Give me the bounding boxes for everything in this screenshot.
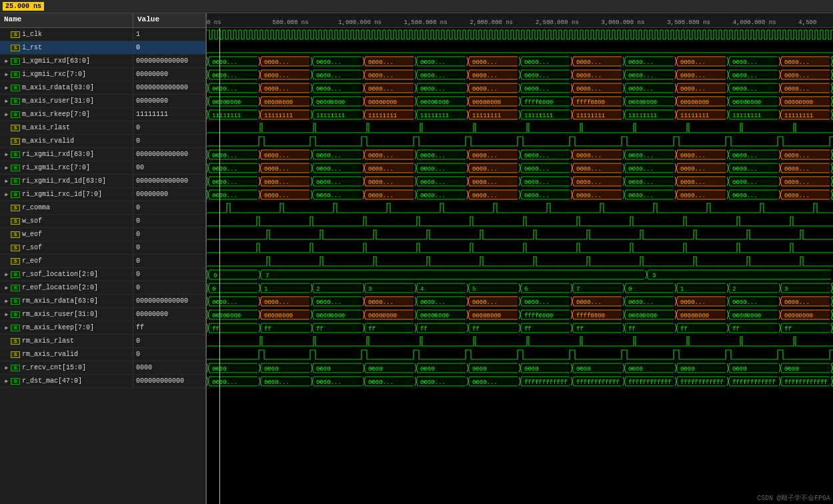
signal-row[interactable]: ▶Bri_xgmii_rxd_1d[63:0]0000000000000 [0,175,205,188]
svg-text:11111111: 11111111 [628,113,657,119]
type-icon: S [11,218,20,225]
signal-row[interactable]: ▶Bri_xgmii_rxc_1d[7:0]00000000 [0,188,205,201]
expand-icon[interactable]: ▶ [3,271,11,279]
signal-name-cell: ▶Br_dst_mac[47:0] [0,375,133,387]
svg-text:11111111: 11111111 [576,113,605,119]
time-marker: 25.000 ns [3,2,44,11]
svg-text:00000000: 00000000 [680,313,709,319]
waveform-row [207,215,833,228]
svg-text:0000...: 0000... [628,179,654,186]
signal-value-cell: 0 [133,123,205,133]
waveform-row: 0000...0000...0000...0000...0000...0000.… [207,55,833,68]
expand-icon[interactable]: ▶ [3,97,11,105]
type-icon: S [11,231,20,238]
expand-icon[interactable]: ▶ [3,284,11,292]
waveform-row [207,228,833,241]
svg-text:ffffffffffff: ffffffffffff [524,379,568,386]
svg-text:0: 0 [628,286,632,293]
svg-text:00000000: 00000000 [784,99,813,106]
svg-text:0000...: 0000... [368,299,393,306]
svg-text:ff: ff [264,326,271,333]
svg-text:0000...: 0000... [524,86,550,93]
expand-icon [3,337,11,345]
signal-row[interactable]: Sr_comma0 [0,201,205,215]
expand-icon[interactable]: ▶ [3,57,11,65]
signal-value-cell: 00000000 [133,96,205,106]
signal-name-cell: Srm_axis_rvalid [0,348,133,361]
signal-name-text: r_dst_mac[47:0] [22,377,82,385]
expand-icon[interactable]: ▶ [3,191,11,199]
signal-row[interactable]: Sm_axis_rvalid0 [0,135,205,148]
signal-row[interactable]: Sr_sof0 [0,241,205,255]
signal-name-text: m_axis_rlast [22,124,70,131]
timeline-tick: 2,000.000 ns [470,19,513,26]
signal-name-text: m_axis_rkeep[7:0] [22,111,90,118]
svg-text:0000...: 0000... [472,73,498,79]
expand-icon[interactable]: ▶ [3,84,11,92]
signal-row[interactable]: Sm_axis_rlast0 [0,121,205,135]
signal-row[interactable]: Srm_axis_rvalid0 [0,348,205,361]
type-icon: B [11,71,20,78]
signal-row[interactable]: Si_clk1 [0,28,205,41]
waveform-row: 1111111111111111111111111111111111111111… [207,108,833,121]
expand-icon[interactable]: ▶ [3,151,11,159]
signal-row[interactable]: Srm_axis_rlast0 [0,335,205,348]
svg-text:11111111: 11111111 [264,113,293,119]
signal-row[interactable]: Sr_eof0 [0,255,205,268]
waveform-row [207,241,833,255]
svg-text:ff: ff [628,326,636,333]
svg-text:0000...: 0000... [264,73,289,79]
signal-value-cell: 00 [133,163,205,173]
signal-name-cell: ▶Bri_xgmii_rxc[7:0] [0,161,133,174]
signal-row[interactable]: ▶Brm_axis_rkeep[7:0]ff [0,321,205,335]
svg-text:0000...: 0000... [212,59,237,66]
svg-text:0000...: 0000... [420,73,446,79]
signal-row[interactable]: Sw_eof0 [0,228,205,241]
signal-row[interactable]: ▶Bi_xgmii_rxc[7:0]00000000 [0,68,205,81]
expand-icon [3,217,11,225]
signal-row[interactable]: ▶Br_eof_location[2:0]0 [0,281,205,295]
signal-row[interactable]: ▶Bi_xgmii_rxd[63:0]0000000000000 [0,55,205,68]
expand-icon[interactable]: ▶ [3,364,11,372]
waveform-row: 073 [207,268,833,281]
expand-icon[interactable]: ▶ [3,311,11,319]
svg-text:3: 3 [784,286,788,293]
signal-row[interactable]: ▶Bri_xgmii_rxd[63:0]0000000000000 [0,148,205,161]
signal-row[interactable]: ▶Bm_axis_rdata[63:0]0000000000000 [0,81,205,95]
svg-text:0: 0 [212,286,215,293]
svg-text:11111111: 11111111 [784,113,813,119]
svg-text:0000...: 0000... [576,166,602,173]
expand-icon[interactable]: ▶ [3,377,11,385]
timeline-tick: 4,000.000 ns [733,19,776,26]
expand-icon [3,137,11,145]
signal-row[interactable]: ▶Brm_axis_ruser[31:0]00000000 [0,308,205,321]
svg-text:00000000: 00000000 [212,313,241,319]
signal-row[interactable]: Sw_sof0 [0,215,205,228]
svg-text:00000000: 00000000 [472,313,501,319]
waveform-area[interactable]: 0000...0000...0000...0000...0000...0000.… [207,28,833,504]
expand-icon[interactable]: ▶ [3,111,11,119]
svg-text:0000...: 0000... [732,299,758,306]
expand-icon[interactable]: ▶ [3,324,11,332]
svg-text:0000...: 0000... [784,193,810,199]
signal-row[interactable]: ▶Brm_axis_rdata[63:0]0000000000000 [0,295,205,308]
type-icon: B [11,98,20,105]
svg-text:0000...: 0000... [524,179,550,186]
signal-row[interactable]: ▶Br_dst_mac[47:0]000000000000 [0,375,205,388]
expand-icon [3,204,11,212]
signal-row[interactable]: ▶Bri_xgmii_rxc[7:0]00 [0,161,205,175]
expand-icon[interactable]: ▶ [3,71,11,79]
signal-row[interactable]: ▶Bm_axis_ruser[31:0]00000000 [0,95,205,108]
signal-row[interactable]: ▶Br_recv_cnt[15:0]0000 [0,361,205,375]
svg-text:0000...: 0000... [680,193,706,199]
signal-row[interactable]: ▶Br_sof_location[2:0]0 [0,268,205,281]
svg-text:00000000: 00000000 [420,99,449,106]
signal-row[interactable]: ▶Bm_axis_rkeep[7:0]11111111 [0,108,205,121]
svg-text:0000...: 0000... [316,379,341,386]
svg-text:0000...: 0000... [212,299,237,306]
expand-icon[interactable]: ▶ [3,177,11,185]
expand-icon[interactable]: ▶ [3,297,11,305]
signal-row[interactable]: Si_rst0 [0,41,205,55]
expand-icon[interactable]: ▶ [3,164,11,172]
type-icon: B [11,271,20,278]
